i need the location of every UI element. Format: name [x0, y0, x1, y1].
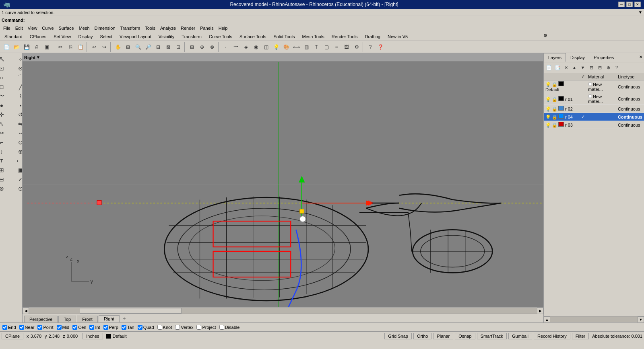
render-preview-button[interactable]: 🖼 — [342, 42, 351, 52]
snap-button[interactable]: ⊕ — [197, 42, 207, 52]
scroll-track[interactable] — [29, 308, 537, 314]
layer-tb-button[interactable]: ≡ — [332, 42, 341, 52]
block-lt-button[interactable]: ⊟ — [0, 175, 11, 184]
osnap-item-disable[interactable]: Disable — [219, 325, 240, 330]
mirror-button[interactable]: ⇋ — [11, 119, 23, 128]
toolbar-settings-icon[interactable]: ⚙ — [543, 33, 547, 38]
redo-button[interactable]: ↪ — [99, 42, 109, 52]
box-button[interactable]: ▪ — [11, 101, 23, 110]
save-button[interactable]: 💾 — [22, 42, 31, 52]
spline-button[interactable]: ⌇ — [11, 92, 23, 101]
osnap-item-tan[interactable]: Tan — [122, 325, 134, 330]
scroll-left-button[interactable]: ◀ — [23, 308, 29, 314]
menubar-item-edit[interactable]: Edit — [13, 25, 25, 31]
osnap-checkbox-project[interactable] — [196, 325, 201, 330]
menubar-item-help[interactable]: Help — [216, 25, 230, 31]
layer-more-button[interactable]: ⊕ — [604, 64, 612, 72]
distance-button[interactable]: ↕ — [0, 147, 11, 156]
smarttrack-button[interactable]: SmartTrack — [477, 333, 507, 339]
layer-sort-button[interactable]: ⊞ — [596, 64, 604, 72]
scroll-right-button[interactable]: ▶ — [537, 308, 543, 314]
osnap-checkbox-quad[interactable] — [138, 325, 142, 330]
move-button[interactable]: ✛ — [0, 110, 11, 119]
osnap-button[interactable]: Osnap — [455, 333, 475, 339]
pan-button[interactable]: ✋ — [113, 42, 123, 52]
cmd5-button[interactable]: ▣ — [42, 42, 52, 52]
close-button[interactable]: ✕ — [634, 2, 641, 7]
osnap-item-vertex[interactable]: Vertex — [175, 325, 193, 330]
copy-button[interactable]: ⎘ — [66, 42, 75, 52]
horizontal-scrollbar[interactable]: ◀ ▶ — [23, 307, 543, 314]
viewport-dropdown-arrow[interactable]: ▼ — [36, 55, 40, 60]
point-button[interactable]: · — [221, 42, 231, 52]
zoom-sel-button[interactable]: ⊠ — [163, 42, 173, 52]
viewport-tab-top[interactable]: Top — [58, 316, 76, 322]
rp-scroll-down-button[interactable]: ▼ — [638, 316, 644, 323]
toolbar-tab-viewport-layout[interactable]: Viewport Layout — [116, 33, 155, 40]
toolbar-tab-new-in-v5[interactable]: New in V5 — [384, 33, 411, 40]
hatch-button[interactable]: ▥ — [301, 42, 311, 52]
undo-button[interactable]: ↩ — [89, 42, 99, 52]
layer-help-button[interactable]: ? — [613, 64, 621, 72]
rp-scroll-track[interactable] — [550, 316, 638, 322]
fillet-button[interactable]: ⌐ — [0, 138, 11, 147]
menubar-item-surface[interactable]: Surface — [56, 25, 76, 31]
osnap-item-int[interactable]: Int — [89, 325, 100, 330]
layer-filter-button[interactable]: ⊟ — [587, 64, 595, 72]
text-button[interactable]: T — [312, 42, 321, 52]
curve-button[interactable]: 〜 — [231, 42, 241, 52]
check-button[interactable]: ✓ — [11, 175, 23, 184]
layer-up-button[interactable]: ▲ — [570, 64, 578, 72]
viewport-tab-right[interactable]: Right — [99, 315, 120, 322]
point-analyze-button[interactable]: ⊕ — [11, 147, 23, 156]
ortho-button[interactable]: Ortho — [413, 333, 432, 339]
restore-button[interactable]: □ — [626, 2, 633, 7]
layer-row-r-04[interactable]: 💡🔒r 04✓Continuous — [544, 113, 644, 121]
menubar-item-panels[interactable]: Panels — [198, 25, 216, 31]
window-select-button[interactable]: ⊡ — [0, 64, 11, 73]
rect-button[interactable]: □ — [0, 82, 11, 91]
lasso-button[interactable]: ⊝ — [11, 64, 23, 73]
osnap-item-knot[interactable]: Knot — [157, 325, 172, 330]
group-button[interactable]: ▣ — [11, 166, 23, 174]
menubar-item-view[interactable]: View — [25, 25, 40, 31]
viewport-tab-front[interactable]: Front — [77, 316, 98, 322]
toolbar-tab-standard[interactable]: Standard — [1, 33, 26, 40]
layer-row-r-03[interactable]: 💡🔒r 03Continuous — [544, 121, 644, 129]
toolbar-tab-display[interactable]: Display — [74, 33, 96, 40]
arc-button[interactable]: ⌒ — [11, 73, 23, 82]
select-mode-button[interactable]: ⊹ — [11, 55, 23, 64]
analyze-button[interactable]: ? — [365, 42, 375, 52]
polyline-button[interactable]: ╱ — [11, 82, 23, 91]
offset-button[interactable]: ⊜ — [11, 138, 23, 147]
toolbar-tab-curve-tools[interactable]: Curve Tools — [205, 33, 236, 40]
menubar-item-tools[interactable]: Tools — [142, 25, 158, 31]
osnap-item-end[interactable]: End — [2, 325, 16, 330]
surface-button[interactable]: ◈ — [241, 42, 251, 52]
macro-button[interactable]: ⊙ — [11, 184, 23, 193]
menubar-item-analyze[interactable]: Analyze — [158, 25, 178, 31]
layer-new-sublayer-button[interactable]: 📑 — [553, 64, 561, 72]
scale-button[interactable]: ⤡ — [0, 119, 11, 128]
osnap-checkbox-perp[interactable] — [103, 325, 108, 330]
menubar-item-render[interactable]: Render — [178, 25, 198, 31]
trim-button[interactable]: ✂ — [0, 129, 11, 138]
osnap-item-quad[interactable]: Quad — [138, 325, 154, 330]
right-panel-scrollbar[interactable]: ▲ ▼ — [544, 316, 644, 322]
toolbar-tab-render-tools[interactable]: Render Tools — [328, 33, 361, 40]
light-button[interactable]: 💡 — [271, 42, 281, 52]
sphere-button[interactable]: ● — [0, 101, 11, 110]
osnap-item-point[interactable]: Point — [37, 325, 53, 330]
toolbar-tab-drafting[interactable]: Drafting — [361, 33, 384, 40]
gumball-button[interactable]: Gumball — [508, 333, 532, 339]
script-button[interactable]: ⊗ — [0, 184, 11, 193]
menubar-item-dimension[interactable]: Dimension — [92, 25, 118, 31]
zoom-out-button[interactable]: 🔎 — [143, 42, 153, 52]
osnap-item-project[interactable]: Project — [196, 325, 216, 330]
paste-button[interactable]: 📋 — [76, 42, 85, 52]
new-button[interactable]: 📄 — [2, 42, 11, 52]
rp-scroll-up-button[interactable]: ▲ — [544, 316, 550, 323]
circle-button[interactable]: ○ — [0, 73, 11, 82]
freeform-button[interactable]: 〜 — [0, 92, 11, 101]
right-panel-close-icon[interactable]: ✕ — [638, 53, 644, 62]
